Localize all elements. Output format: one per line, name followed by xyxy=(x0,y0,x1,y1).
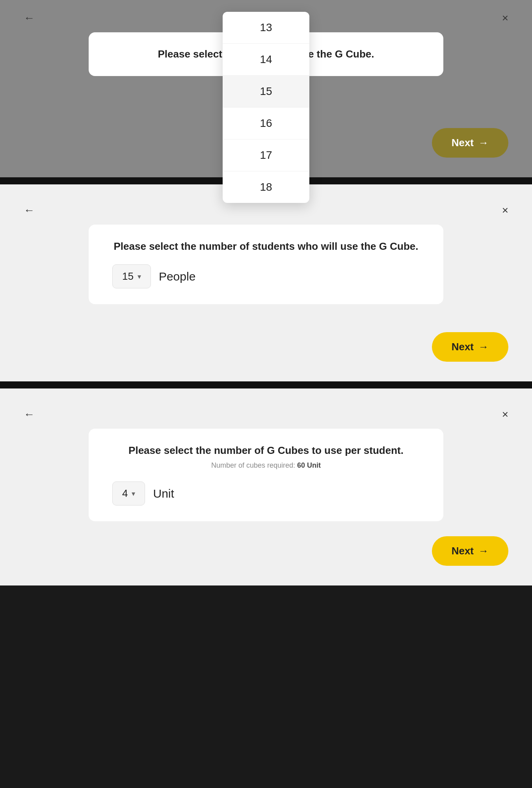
cubes-unit-label: Unit xyxy=(153,487,174,500)
students-select[interactable]: 15 ▾ xyxy=(112,264,151,288)
chevron-down-icon-2: ▾ xyxy=(132,489,135,498)
back-button-3[interactable]: ← xyxy=(24,408,35,421)
cubes-select-value: 4 xyxy=(122,487,128,500)
chevron-down-icon: ▾ xyxy=(138,272,141,281)
select-group-3: 4 ▾ Unit xyxy=(112,481,420,506)
close-button-1[interactable]: × xyxy=(502,12,508,24)
dropdown-item-14[interactable]: 14 xyxy=(223,44,309,76)
card-title-2: Please select the number of students who… xyxy=(112,240,420,253)
close-button-2[interactable]: × xyxy=(502,204,508,217)
section-1: ← × Please select the num o will use the… xyxy=(0,0,532,177)
dropdown-item-17[interactable]: 17 xyxy=(223,139,309,171)
dropdown-item-18[interactable]: 18 xyxy=(223,171,309,203)
cubes-select[interactable]: 4 ▾ xyxy=(112,481,145,506)
next-button-2[interactable]: Next → xyxy=(432,332,508,362)
cubes-required-value: 60 Unit xyxy=(297,461,321,469)
divider-2 xyxy=(0,381,532,388)
cubes-required-label: Number of cubes required: 60 Unit xyxy=(112,461,420,470)
next-button-3[interactable]: Next → xyxy=(432,536,508,566)
back-button-1[interactable]: ← xyxy=(24,12,35,24)
card-title-3: Please select the number of G Cubes to u… xyxy=(112,444,420,457)
dropdown-list: 13 14 15 16 17 18 xyxy=(223,12,309,203)
back-button-2[interactable]: ← xyxy=(24,204,35,217)
nav-bar-3: ← × xyxy=(24,408,508,421)
students-select-value: 15 xyxy=(122,270,134,282)
dropdown-item-15[interactable]: 15 xyxy=(223,76,309,108)
dropdown-item-16[interactable]: 16 xyxy=(223,108,309,139)
section-3: ← × Please select the number of G Cubes … xyxy=(0,388,532,585)
card-2: Please select the number of students who… xyxy=(89,225,443,304)
card-3: Please select the number of G Cubes to u… xyxy=(89,429,443,521)
select-group-2: 15 ▾ People xyxy=(112,264,420,288)
section-2: ← × Please select the number of students… xyxy=(0,184,532,381)
dropdown-item-13[interactable]: 13 xyxy=(223,12,309,44)
students-unit-label: People xyxy=(159,270,195,283)
close-button-3[interactable]: × xyxy=(502,408,508,421)
next-button-1[interactable]: Next → xyxy=(432,128,508,158)
nav-bar-2: ← × xyxy=(24,204,508,217)
